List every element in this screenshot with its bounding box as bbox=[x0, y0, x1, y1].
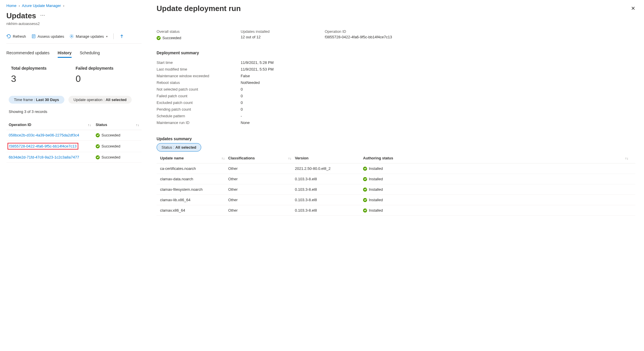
update-name: clamav-data.noarch bbox=[160, 177, 228, 181]
operation-id-link[interactable]: 058bce2b-d33c-4a39-be06-2275da2df3c4 bbox=[9, 133, 79, 137]
stat-total-label: Total deployments bbox=[11, 66, 47, 71]
update-classification: Other bbox=[228, 187, 295, 192]
summary-value: 0 bbox=[241, 87, 243, 91]
tab-history[interactable]: History bbox=[58, 51, 72, 58]
panel-title: Update deployment run bbox=[157, 4, 635, 13]
tab-recommended[interactable]: Recommended updates bbox=[6, 51, 50, 58]
summary-row: Not selected patch count0 bbox=[157, 86, 635, 93]
svg-point-1 bbox=[71, 36, 72, 37]
page-title: Updates bbox=[6, 11, 36, 20]
operation-id-link[interactable]: 6b34de2d-71fd-47c8-9a23-1c2c3a8a7477 bbox=[9, 155, 79, 159]
tabs: Recommended updates History Scheduling bbox=[6, 51, 142, 58]
filter-updateop[interactable]: Update operation : All selected bbox=[68, 96, 132, 104]
table-row[interactable]: ca-certificates.noarchOther2021.2.50-80.… bbox=[157, 163, 635, 174]
summary-row: Maintenance run IDNone bbox=[157, 119, 635, 126]
toolbar: Refresh Assess updates Manage updates ▾ bbox=[6, 31, 142, 44]
arrow-up-icon bbox=[119, 34, 124, 39]
authoring-status: Installed bbox=[363, 198, 632, 202]
table-row[interactable]: clamav-lib.x86_64Other0.103.3-8.el8Insta… bbox=[157, 195, 635, 205]
sort-icon: ↑↓ bbox=[136, 123, 139, 127]
table-row[interactable]: clamav.x86_64Other0.103.3-8.el8Installed bbox=[157, 205, 635, 216]
table-row[interactable]: clamav-filesystem.noarchOther0.103.3-8.e… bbox=[157, 184, 635, 195]
records-count: Showing 3 of 3 records bbox=[6, 109, 142, 114]
updates-table: Update name ↑↓ Classifications ↑↓ Versio… bbox=[157, 153, 635, 216]
gear-icon bbox=[69, 34, 74, 39]
update-name: clamav-filesystem.noarch bbox=[160, 187, 228, 192]
summary-row: Start time11/9/2021, 5:28 PM bbox=[157, 59, 635, 66]
summary-row: Maintenance window exceededFalse bbox=[157, 73, 635, 79]
summary-value: 11/9/2021, 5:28 PM bbox=[241, 60, 273, 65]
update-version: 0.103.3-8.el8 bbox=[295, 208, 363, 213]
update-name: clamav-lib.x86_64 bbox=[160, 198, 228, 202]
success-icon bbox=[363, 177, 367, 181]
col-header-update-name[interactable]: Update name ↑↓ bbox=[160, 156, 228, 160]
breadcrumb-home[interactable]: Home bbox=[6, 3, 17, 8]
tab-scheduling[interactable]: Scheduling bbox=[80, 51, 100, 58]
success-icon bbox=[363, 188, 367, 192]
update-classification: Other bbox=[228, 198, 295, 202]
manage-updates-button[interactable]: Manage updates ▾ bbox=[69, 34, 108, 39]
status-cell: Succeeded bbox=[96, 133, 120, 137]
close-icon: ✕ bbox=[631, 6, 635, 11]
success-icon bbox=[363, 198, 367, 202]
authoring-status: Installed bbox=[363, 208, 632, 213]
table-row[interactable]: f3855728-0422-4fa6-9f5c-bb14f4ce7c13Succ… bbox=[6, 141, 142, 152]
success-icon bbox=[96, 144, 100, 148]
upload-button[interactable] bbox=[119, 34, 124, 39]
update-classification: Other bbox=[228, 177, 295, 181]
summary-value: 0 bbox=[241, 94, 243, 98]
clipboard-icon bbox=[31, 34, 36, 39]
summary-value: 0 bbox=[241, 100, 243, 105]
success-icon bbox=[363, 167, 367, 171]
summary-key: Excluded patch count bbox=[157, 100, 241, 105]
filter-timeframe[interactable]: Time frame : Last 30 Days bbox=[9, 96, 64, 104]
overall-status-label: Overall status bbox=[157, 29, 241, 34]
table-row[interactable]: 058bce2b-d33c-4a39-be06-2275da2df3c4Succ… bbox=[6, 130, 142, 141]
toolbar-separator bbox=[113, 33, 114, 39]
table-row[interactable]: 6b34de2d-71fd-47c8-9a23-1c2c3a8a7477Succ… bbox=[6, 152, 142, 163]
col-header-operation-id[interactable]: Operation ID ↑↓ bbox=[9, 123, 96, 127]
success-icon bbox=[363, 208, 367, 213]
deployment-summary-heading: Deployment summary bbox=[157, 51, 635, 55]
summary-row: Reboot statusNotNeeded bbox=[157, 79, 635, 86]
filter-timeframe-value: Last 30 Days bbox=[36, 98, 59, 102]
authoring-status: Installed bbox=[363, 166, 632, 171]
stat-total: Total deployments 3 bbox=[11, 66, 47, 84]
col-header-status[interactable]: Status ↑↓ bbox=[96, 123, 139, 127]
assess-updates-button[interactable]: Assess updates bbox=[31, 34, 64, 39]
filter-status[interactable]: Status : All selected bbox=[157, 143, 201, 152]
update-name: ca-certificates.noarch bbox=[160, 166, 228, 171]
filter-status-label: Status : bbox=[162, 145, 175, 150]
update-classification: Other bbox=[228, 166, 295, 171]
success-icon bbox=[96, 133, 100, 137]
close-button[interactable]: ✕ bbox=[631, 5, 635, 12]
update-classification: Other bbox=[228, 208, 295, 213]
chevron-down-icon: ▾ bbox=[106, 35, 108, 38]
summary-key: Schedule pattern bbox=[157, 114, 241, 118]
update-version: 0.103.3-8.el8 bbox=[295, 187, 363, 192]
summary-key: Maintenance window exceeded bbox=[157, 74, 241, 78]
stat-total-value: 3 bbox=[11, 73, 47, 84]
stat-failed-value: 0 bbox=[76, 73, 114, 84]
operations-table: Operation ID ↑↓ Status ↑↓ 058bce2b-d33c-… bbox=[6, 120, 142, 163]
summary-value: 0 bbox=[241, 107, 243, 111]
more-icon[interactable]: ··· bbox=[40, 12, 45, 18]
update-name: clamav.x86_64 bbox=[160, 208, 228, 213]
breadcrumb-aum[interactable]: Azure Update Manager bbox=[22, 3, 61, 8]
col-header-classifications[interactable]: Classifications ↑↓ bbox=[228, 156, 295, 160]
refresh-button[interactable]: Refresh bbox=[6, 34, 26, 39]
refresh-label: Refresh bbox=[13, 34, 26, 39]
summary-key: Not selected patch count bbox=[157, 87, 241, 91]
filter-timeframe-label: Time frame : bbox=[14, 98, 36, 102]
chevron-right-icon: › bbox=[63, 3, 64, 8]
operation-id-link[interactable]: f3855728-0422-4fa6-9f5c-bb14f4ce7c13 bbox=[9, 144, 77, 148]
summary-row: Last modified time11/9/2021, 5:53 PM bbox=[157, 66, 635, 73]
col-header-version[interactable]: Version bbox=[295, 156, 363, 160]
manage-label: Manage updates bbox=[76, 34, 104, 39]
summary-row: Excluded patch count0 bbox=[157, 99, 635, 106]
summary-key: Pending patch count bbox=[157, 107, 241, 111]
operation-id-label: Operation ID bbox=[325, 29, 635, 34]
col-header-authoring-status[interactable]: Authoring status ↑↓ bbox=[363, 156, 632, 160]
table-row[interactable]: clamav-data.noarchOther0.103.3-8.el8Inst… bbox=[157, 174, 635, 184]
sort-icon: ↑↓ bbox=[625, 156, 628, 160]
